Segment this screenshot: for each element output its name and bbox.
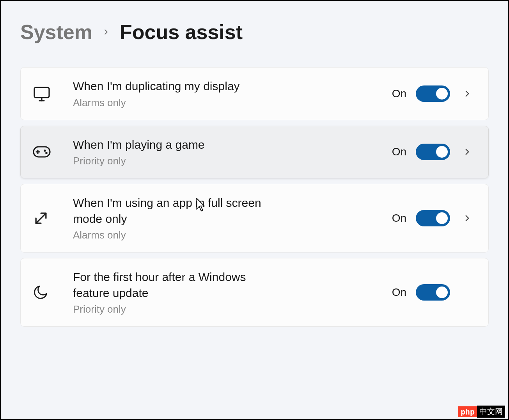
page-title: Focus assist xyxy=(120,20,243,44)
fullscreen-icon xyxy=(32,210,54,227)
settings-list: When I'm duplicating my display Alarms o… xyxy=(20,67,489,327)
toggle-state-label: On xyxy=(392,286,406,299)
toggle-state-label: On xyxy=(392,146,406,158)
setting-subtitle: Alarms only xyxy=(73,229,384,241)
setting-subtitle: Alarms only xyxy=(73,97,384,109)
breadcrumb: System Focus assist xyxy=(20,20,489,44)
setting-row-after-update[interactable]: For the first hour after a Windows featu… xyxy=(20,258,489,327)
monitor-icon xyxy=(32,84,54,103)
setting-title: When I'm playing a game xyxy=(73,137,276,153)
setting-title: For the first hour after a Windows featu… xyxy=(73,269,276,301)
moon-icon xyxy=(32,284,54,301)
setting-title: When I'm duplicating my display xyxy=(73,78,276,94)
toggle-switch[interactable] xyxy=(416,284,450,301)
chevron-right-icon xyxy=(102,28,110,36)
expand-chevron-icon[interactable] xyxy=(459,89,475,99)
setting-row-fullscreen-app[interactable]: When I'm using an app in full screen mod… xyxy=(20,184,489,253)
watermark-left: php xyxy=(458,406,477,417)
toggle-state-label: On xyxy=(392,87,406,100)
expand-chevron-icon[interactable] xyxy=(459,147,475,157)
toggle-switch[interactable] xyxy=(416,210,450,226)
setting-subtitle: Priority only xyxy=(73,155,384,167)
watermark: php 中文网 xyxy=(458,406,505,418)
setting-subtitle: Priority only xyxy=(73,303,384,315)
toggle-state-label: On xyxy=(392,212,406,224)
toggle-switch[interactable] xyxy=(416,85,450,102)
svg-rect-0 xyxy=(34,87,49,98)
setting-row-playing-game[interactable]: When I'm playing a game Priority only On xyxy=(20,126,489,179)
setting-row-duplicating-display[interactable]: When I'm duplicating my display Alarms o… xyxy=(20,67,489,120)
svg-point-6 xyxy=(44,150,45,151)
breadcrumb-parent[interactable]: System xyxy=(20,20,92,44)
watermark-right: 中文网 xyxy=(477,406,505,418)
gamepad-icon xyxy=(32,145,54,159)
expand-chevron-icon[interactable] xyxy=(459,213,475,223)
setting-title: When I'm using an app in full screen mod… xyxy=(73,195,276,227)
toggle-switch[interactable] xyxy=(416,144,450,160)
svg-point-7 xyxy=(46,153,47,153)
svg-line-8 xyxy=(36,213,46,223)
